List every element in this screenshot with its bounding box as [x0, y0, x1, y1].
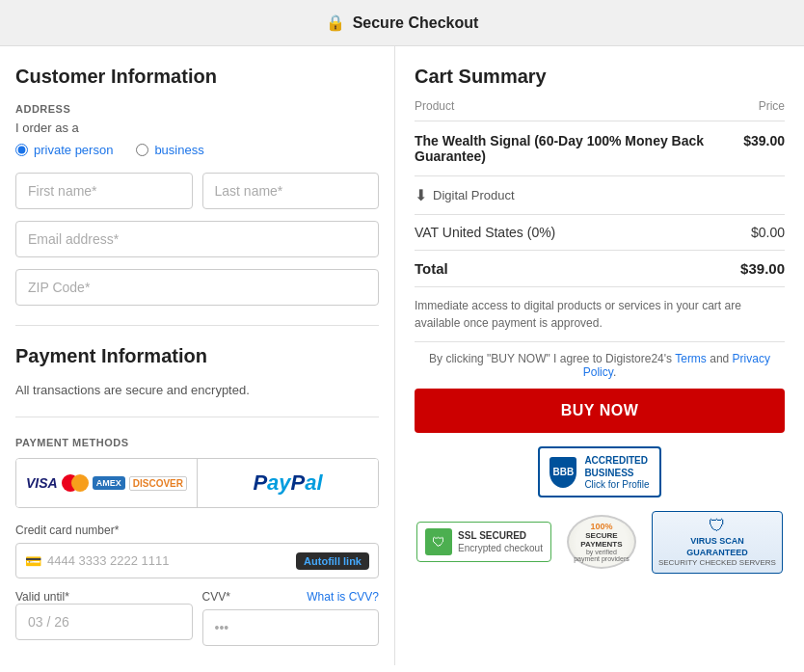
terms-link[interactable]: Terms [675, 352, 707, 365]
valid-until-field: Valid until* [15, 590, 193, 640]
bbb-shield-icon: BBB [549, 457, 576, 488]
payment-subtitle: All transactions are secure and encrypte… [15, 383, 379, 397]
cart-item-name: The Wealth Signal (60-Day 100% Money Bac… [415, 133, 732, 164]
cart-item-row: The Wealth Signal (60-Day 100% Money Bac… [415, 121, 785, 176]
total-label: Total [415, 260, 448, 277]
ssl-shield-icon: 🛡 [425, 528, 452, 555]
autofill-badge[interactable]: Autofill link [296, 552, 369, 570]
bbb-section: BBB ACCREDITEDBUSINESS Click for Profile [415, 446, 785, 497]
bbb-badge[interactable]: BBB ACCREDITEDBUSINESS Click for Profile [538, 446, 660, 497]
shield-check-icon: 🛡 [709, 516, 726, 536]
ssl-line1: SSL SECURED [458, 529, 543, 542]
checkout-header: 🔒 Secure Checkout [0, 0, 804, 46]
virus-scan-icon-row: 🛡 [709, 516, 726, 536]
what-is-cvv-link[interactable]: What is CVV? [307, 590, 379, 604]
digital-product-label: Digital Product [433, 188, 515, 202]
valid-until-input[interactable] [15, 604, 193, 640]
virus-scan-line1: VIRUS SCAN [658, 536, 776, 548]
main-layout: Customer Information ADDRESS I order as … [0, 46, 804, 665]
right-panel: Cart Summary Product Price The Wealth Si… [395, 46, 804, 665]
cart-header-row: Product Price [415, 99, 785, 121]
card-option[interactable]: VISA AMEX DISCOVER [16, 459, 198, 507]
vat-amount: $0.00 [751, 225, 785, 240]
private-label: private person [34, 143, 113, 157]
virus-scan-badge: 🛡 VIRUS SCAN GUARANTEED SECURITY CHECKED… [652, 511, 783, 574]
cc-number-label: Credit card number* [15, 524, 379, 537]
total-row: Total $39.00 [415, 251, 785, 287]
lock-icon: 🔒 [326, 13, 345, 32]
cvv-input[interactable] [202, 609, 380, 646]
ssl-text: SSL SECURED Encrypted checkout [458, 529, 543, 554]
mastercard-logo [62, 474, 89, 492]
business-label: business [154, 143, 203, 157]
terms-prefix: By clicking "BUY NOW" I agree to Digisto… [429, 352, 675, 365]
access-note: Immediate access to digital products or … [415, 287, 785, 342]
header-title: Secure Checkout [353, 14, 479, 32]
vat-label: VAT United States (0%) [415, 225, 555, 240]
cvv-label-row: CVV* What is CVV? [202, 590, 380, 604]
cart-title: Cart Summary [415, 66, 785, 88]
bbb-click-label: Click for Profile [584, 479, 649, 490]
first-name-input[interactable] [15, 173, 193, 209]
paypal-logo: PayPal [253, 470, 322, 496]
secure-payments-badge: 100% SECUREPAYMENTS by verifiedpayment p… [567, 515, 636, 569]
mc-circle-right [71, 474, 89, 492]
name-row [15, 173, 379, 209]
virus-scan-text: VIRUS SCAN GUARANTEED SECURITY CHECKED S… [658, 536, 776, 569]
digital-product-row: ⬇ Digital Product [415, 176, 785, 215]
business-radio[interactable] [136, 144, 148, 156]
cvv-label: CVV* [202, 590, 230, 604]
credit-card-icon: 💳 [25, 553, 41, 569]
secure-payments-100: 100% [590, 522, 612, 531]
email-wrapper [15, 221, 379, 257]
left-panel: Customer Information ADDRESS I order as … [0, 46, 395, 665]
order-type-radio-group: private person business [15, 143, 379, 157]
address-label: ADDRESS [15, 103, 379, 115]
business-option[interactable]: business [136, 143, 203, 157]
private-person-option[interactable]: private person [15, 143, 113, 157]
paypal-option[interactable]: PayPal [198, 459, 378, 507]
cart-item-price: $39.00 [743, 133, 785, 148]
card-bottom-row: Valid until* CVV* What is CVV? [15, 590, 379, 646]
terms-suffix: . [613, 365, 616, 379]
ssl-line2: Encrypted checkout [458, 542, 543, 554]
last-name-input[interactable] [202, 173, 380, 209]
bbb-accredited-label: ACCREDITEDBUSINESS [584, 454, 649, 479]
private-radio[interactable] [15, 144, 28, 156]
order-as-label: I order as a [15, 121, 379, 135]
valid-until-label: Valid until* [15, 590, 193, 604]
visa-logo: VISA [26, 475, 58, 491]
payment-methods-label: PAYMENT METHODS [15, 437, 379, 448]
zip-input[interactable] [15, 269, 379, 306]
vat-row: VAT United States (0%) $0.00 [415, 215, 785, 251]
divider-1 [15, 325, 379, 326]
virus-scan-line3: SECURITY CHECKED SERVERS [658, 558, 776, 568]
discover-logo: DISCOVER [129, 476, 187, 491]
email-input[interactable] [15, 221, 379, 257]
zip-wrapper [15, 269, 379, 306]
trust-badges: 🛡 SSL SECURED Encrypted checkout 100% SE… [415, 511, 785, 574]
download-icon: ⬇ [415, 186, 427, 204]
card-logos: VISA AMEX DISCOVER [26, 474, 187, 492]
total-amount: $39.00 [740, 260, 785, 277]
price-header: Price [759, 99, 785, 113]
amex-logo: AMEX [93, 476, 125, 490]
payment-methods-row: VISA AMEX DISCOVER PayPal [15, 458, 379, 508]
cvv-field: CVV* What is CVV? [202, 590, 380, 646]
terms-note: By clicking "BUY NOW" I agree to Digisto… [415, 342, 785, 389]
secure-payments-text: SECUREPAYMENTS [580, 531, 622, 549]
ssl-badge: 🛡 SSL SECURED Encrypted checkout [416, 522, 551, 562]
product-header: Product [415, 99, 454, 113]
buy-now-button[interactable]: BUY NOW [415, 389, 785, 433]
secure-payments-sub: by verifiedpayment providers [574, 549, 630, 562]
virus-scan-line2: GUARANTEED [658, 548, 776, 559]
bbb-text: ACCREDITEDBUSINESS Click for Profile [584, 454, 649, 490]
cc-number-wrapper: 💳 Autofill link [15, 543, 379, 578]
payment-info-title: Payment Information [15, 345, 379, 367]
terms-middle: and [707, 352, 733, 365]
divider-2 [15, 417, 379, 417]
customer-info-title: Customer Information [15, 66, 379, 88]
